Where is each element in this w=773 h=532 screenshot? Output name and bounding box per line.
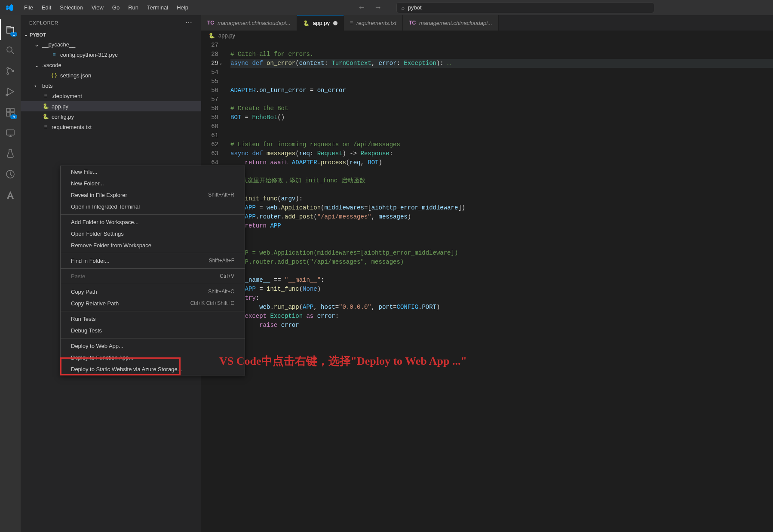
explorer-badge: 1 xyxy=(10,32,17,37)
code-line[interactable]: web.run_app(APP, host="0.0.0.0", port=CO… xyxy=(230,303,773,312)
code-line[interactable]: raise error xyxy=(230,321,773,330)
menu-item-label: Reveal in File Explorer xyxy=(71,192,127,198)
code-line[interactable]: ›async def on_error(context: TurnContext… xyxy=(230,59,773,68)
code-line[interactable] xyxy=(230,240,773,249)
more-actions-icon[interactable]: ⋯ xyxy=(185,18,193,27)
code-line[interactable] xyxy=(230,68,773,77)
code-line[interactable] xyxy=(230,267,773,276)
folder-root[interactable]: ⌄ PYBOT xyxy=(21,30,201,39)
context-menu-item[interactable]: Open Folder Settings xyxy=(61,228,245,240)
menu-terminal[interactable]: Terminal xyxy=(143,3,172,12)
code-line[interactable] xyxy=(230,167,773,176)
command-center-search[interactable]: ⌕ pybot xyxy=(396,2,654,13)
file-item[interactable]: 🐍config.py xyxy=(21,111,201,122)
context-menu-item[interactable]: New Folder... xyxy=(61,178,245,189)
menu-item-label: Add Folder to Workspace... xyxy=(71,219,138,225)
code-line[interactable] xyxy=(230,95,773,104)
editor-tab[interactable]: TCmanagement.chinacloudapi... xyxy=(201,15,297,31)
code-line[interactable]: # APP.router.add_post("/api/messages", m… xyxy=(230,258,773,267)
context-menu-item[interactable]: Deploy to Function App... xyxy=(61,352,245,363)
activity-explorer-icon[interactable]: 1 xyxy=(0,19,21,40)
breadcrumb[interactable]: 🐍 app.py xyxy=(201,31,773,41)
menu-selection[interactable]: Selection xyxy=(55,3,87,12)
folder-item[interactable]: ⌄.vscode xyxy=(21,60,201,70)
code-line[interactable]: BOT = EchoBot() xyxy=(230,113,773,122)
code-line[interactable]: APP = web.Application(middlewares=[aioht… xyxy=(230,203,773,212)
nav-forward-icon[interactable]: → xyxy=(374,3,382,12)
file-item[interactable]: { }settings.json xyxy=(21,70,201,80)
folder-item[interactable]: ⌄__pycache__ xyxy=(21,39,201,49)
code-content[interactable]: # Catch-all for errors.›async def on_err… xyxy=(227,41,773,532)
context-menu-item[interactable]: Reveal in File ExplorerShift+Alt+R xyxy=(61,189,245,201)
code-line[interactable]: def init_func(argv): xyxy=(230,194,773,203)
collapse-indicator-icon[interactable]: › xyxy=(219,60,222,69)
file-item[interactable]: ≡.deployment xyxy=(21,91,201,101)
menu-help[interactable]: Help xyxy=(172,3,193,12)
code-line[interactable] xyxy=(230,77,773,86)
context-menu-item[interactable]: Add Folder to Workspace... xyxy=(61,216,245,228)
context-menu-item[interactable]: Deploy to Web App... xyxy=(61,340,245,352)
context-menu-item[interactable]: New File... xyxy=(61,166,245,178)
code-line[interactable]: return APP xyxy=(230,221,773,231)
svg-rect-5 xyxy=(6,108,10,112)
code-line[interactable]: APP.router.add_post("/api/messages", mes… xyxy=(230,212,773,221)
code-line[interactable]: # APP = web.Application(middlewares=[aio… xyxy=(230,249,773,258)
code-line[interactable]: # Create the Bot xyxy=(230,104,773,113)
menu-view[interactable]: View xyxy=(87,3,108,12)
code-line[interactable] xyxy=(230,131,773,140)
code-line[interactable] xyxy=(230,231,773,240)
menu-file[interactable]: File xyxy=(20,3,37,12)
activity-testing-icon[interactable] xyxy=(0,143,21,164)
folder-item[interactable]: ›bots xyxy=(21,80,201,91)
activity-run-debug-icon[interactable] xyxy=(0,81,21,102)
code-editor[interactable]: 2728295455565758596061626364656667686970… xyxy=(201,41,773,532)
menu-edit[interactable]: Edit xyxy=(37,3,55,12)
editor-tab[interactable]: 🐍app.py xyxy=(297,15,344,31)
activity-extensions-icon[interactable]: 5 xyxy=(0,102,21,123)
code-line[interactable]: if __name__ == "__main__": xyxy=(230,276,773,285)
activity-azure-a-icon[interactable] xyxy=(0,185,21,205)
code-line[interactable]: ## 从这里开始修改，添加 init_func 启动函数 xyxy=(230,176,773,185)
py-file-icon: 🐍 xyxy=(42,103,49,110)
tree-label: .deployment xyxy=(52,93,82,99)
code-line[interactable] xyxy=(230,185,773,194)
nav-back-icon[interactable]: ← xyxy=(358,3,365,12)
context-menu-item[interactable]: Open in Integrated Terminal xyxy=(61,201,245,212)
code-line[interactable] xyxy=(230,122,773,131)
menu-separator xyxy=(61,284,245,284)
code-line[interactable]: async def messages(req: Request) -> Resp… xyxy=(230,149,773,158)
context-menu-item[interactable]: Find in Folder...Shift+Alt+F xyxy=(61,255,245,267)
context-menu-item[interactable]: Copy PathShift+Alt+C xyxy=(61,286,245,298)
file-item[interactable]: ≡config.cpython-312.pyc xyxy=(21,49,201,60)
file-item[interactable]: 🐍app.py xyxy=(21,101,201,111)
activity-search-icon[interactable] xyxy=(0,40,21,61)
code-line[interactable]: return await ADAPTER.process(req, BOT) xyxy=(230,158,773,167)
menu-go[interactable]: Go xyxy=(108,3,124,12)
editor-tab[interactable]: TCmanagement.chinacloudapi... xyxy=(403,15,499,31)
context-menu-item[interactable]: Remove Folder from Workspace xyxy=(61,240,245,251)
menu-run[interactable]: Run xyxy=(124,3,143,12)
code-line[interactable]: # Catch-all for errors. xyxy=(230,50,773,59)
menu-separator xyxy=(61,338,245,338)
code-line[interactable]: ADAPTER.on_turn_error = on_error xyxy=(230,86,773,95)
context-menu: New File...New Folder...Reveal in File E… xyxy=(60,166,245,375)
file-item[interactable]: ≡requirements.txt xyxy=(21,122,201,132)
code-line[interactable]: APP = init_func(None) xyxy=(230,285,773,294)
context-menu-item[interactable]: Copy Relative PathCtrl+K Ctrl+Shift+C xyxy=(61,298,245,309)
menu-item-label: Copy Path xyxy=(71,289,97,295)
context-menu-item[interactable]: Debug Tests xyxy=(61,325,245,336)
activity-remote-icon[interactable] xyxy=(0,123,21,143)
code-line[interactable] xyxy=(230,41,773,50)
context-menu-item[interactable]: Run Tests xyxy=(61,313,245,325)
editor-tab[interactable]: ≡requirements.txt xyxy=(344,15,403,31)
code-line[interactable] xyxy=(230,330,773,339)
menu-item-label: Run Tests xyxy=(71,316,96,322)
code-line[interactable]: try: xyxy=(230,294,773,303)
activity-source-control-icon[interactable] xyxy=(0,61,21,81)
code-line[interactable]: # Listen for incoming requests on /api/m… xyxy=(230,140,773,149)
tc-file-icon: TC xyxy=(409,20,416,26)
activity-azure-icon[interactable] xyxy=(0,164,21,185)
code-line[interactable]: except Exception as error: xyxy=(230,312,773,321)
editor-tabs: TCmanagement.chinacloudapi...🐍app.py≡req… xyxy=(201,15,773,31)
context-menu-item[interactable]: Deploy to Static Website via Azure Stora… xyxy=(61,363,245,375)
